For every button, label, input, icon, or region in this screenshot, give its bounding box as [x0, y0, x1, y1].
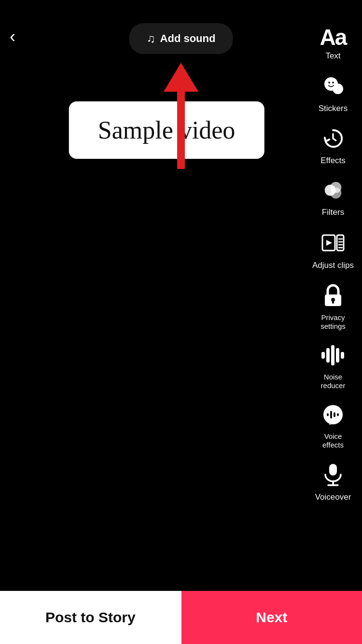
- stickers-icon: [321, 74, 345, 101]
- adjust-clips-icon: [321, 231, 345, 258]
- voiceover-icon: [323, 463, 343, 490]
- noise-reducer-icon: [320, 344, 346, 370]
- sidebar-item-text[interactable]: Aa Text: [304, 19, 362, 68]
- effects-icon: [322, 127, 344, 153]
- text-aa-icon: Aa: [320, 26, 347, 48]
- sidebar-label-stickers: Stickers: [319, 104, 348, 113]
- bottom-bar: Post to Story Next: [0, 591, 362, 644]
- svg-point-4: [333, 84, 343, 94]
- svg-rect-20: [321, 352, 325, 359]
- arrow-indicator: [164, 63, 198, 169]
- svg-rect-23: [336, 348, 339, 363]
- svg-rect-19: [332, 301, 334, 304]
- svg-rect-21: [326, 348, 330, 363]
- filters-icon: [322, 179, 344, 205]
- sidebar-label-adjust-clips: Adjust clips: [312, 261, 354, 270]
- svg-point-5: [328, 82, 330, 84]
- post-to-story-button[interactable]: Post to Story: [0, 591, 181, 644]
- sidebar-label-effects: Effects: [320, 156, 346, 166]
- sidebar-item-filters[interactable]: Filters: [304, 172, 362, 224]
- voice-effects-icon: [322, 404, 344, 429]
- arrow-shaft: [177, 92, 185, 169]
- sidebar-item-adjust-clips[interactable]: Adjust clips: [304, 224, 362, 277]
- svg-rect-29: [334, 412, 335, 417]
- sidebar-item-noise-reducer[interactable]: Noisereducer: [304, 337, 362, 397]
- right-sidebar: Aa Text Stickers: [304, 19, 362, 509]
- svg-point-6: [332, 82, 334, 84]
- sidebar-label-filters: Filters: [322, 208, 344, 217]
- music-note-icon: ♫: [147, 32, 155, 45]
- sidebar-label-voice-effects: Voiceeffects: [322, 432, 344, 449]
- svg-rect-31: [329, 464, 337, 476]
- privacy-icon: [323, 284, 343, 310]
- svg-point-9: [330, 187, 341, 198]
- svg-marker-12: [326, 240, 332, 246]
- sidebar-item-voice-effects[interactable]: Voiceeffects: [304, 397, 362, 456]
- add-sound-label: Add sound: [160, 32, 216, 45]
- sidebar-item-privacy-settings[interactable]: Privacysettings: [304, 277, 362, 337]
- sidebar-label-text: Text: [325, 51, 340, 61]
- back-button[interactable]: ‹: [10, 27, 15, 47]
- svg-rect-28: [330, 411, 332, 419]
- sidebar-label-privacy: Privacysettings: [320, 313, 346, 331]
- svg-rect-27: [327, 413, 329, 416]
- sidebar-label-voiceover: Voiceover: [315, 492, 351, 502]
- add-sound-button[interactable]: ♫ Add sound: [129, 23, 233, 54]
- sidebar-label-noise-reducer: Noisereducer: [321, 373, 346, 390]
- sidebar-item-effects[interactable]: Effects: [304, 121, 362, 172]
- svg-rect-30: [337, 413, 339, 416]
- svg-rect-22: [331, 345, 334, 365]
- sidebar-item-voiceover[interactable]: Voiceover: [304, 456, 362, 509]
- sidebar-item-stickers[interactable]: Stickers: [304, 68, 362, 120]
- svg-rect-24: [341, 352, 344, 359]
- svg-point-25: [323, 405, 343, 424]
- next-button[interactable]: Next: [181, 591, 362, 644]
- arrow-head: [164, 63, 198, 92]
